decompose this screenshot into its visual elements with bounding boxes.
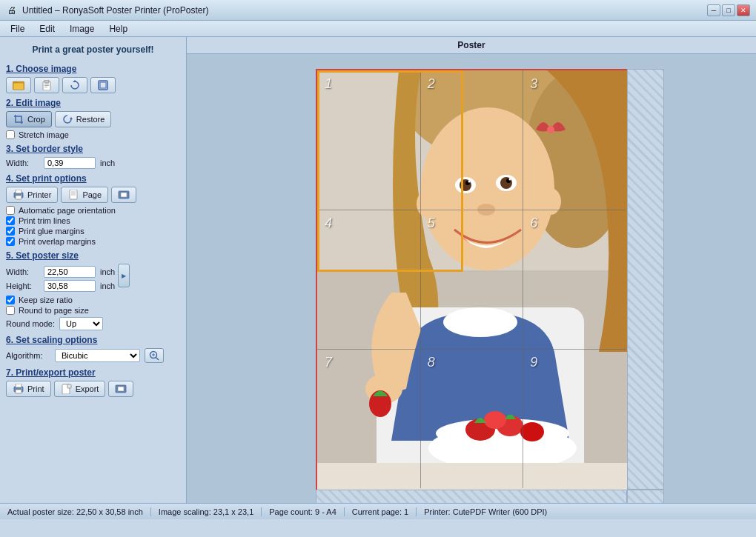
left-panel: Print a great poster yourself! 1. Choose… <box>0 37 187 503</box>
section-print-export[interactable]: 7. Print/export poster <box>6 367 180 378</box>
section-choose-image[interactable]: 1. Choose image <box>6 64 180 74</box>
rotate-image-button[interactable] <box>62 77 87 93</box>
printer-icon <box>13 190 24 200</box>
poster-height-row: Height: inch <box>6 280 115 292</box>
border-width-input[interactable] <box>44 157 96 169</box>
menu-image[interactable]: Image <box>62 22 102 36</box>
menu-file[interactable]: File <box>3 22 32 36</box>
export-options-button[interactable] <box>108 381 133 397</box>
crop-icon <box>13 114 24 124</box>
svg-marker-11 <box>70 117 73 119</box>
options-icon <box>118 190 130 200</box>
print-icon <box>13 384 24 394</box>
export-options-icon <box>115 384 127 394</box>
print-options-extra-button[interactable] <box>111 187 136 203</box>
round-to-page-row: Round to page size <box>6 306 180 315</box>
printer-label: Printer <box>27 190 51 199</box>
stretch-image-checkbox[interactable] <box>6 130 15 139</box>
main-layout: Print a great poster yourself! 1. Choose… <box>0 37 756 503</box>
size-scroll-button[interactable]: ▶ <box>118 264 130 287</box>
poster-width-input[interactable] <box>44 266 96 278</box>
minimize-button[interactable]: ─ <box>707 4 720 16</box>
edit-image-toolbar: Crop Restore <box>6 111 180 127</box>
paste-image-button[interactable] <box>34 77 59 93</box>
algorithm-select[interactable]: BicubicBilinearNearest neighbor <box>55 349 140 362</box>
extra-page-corner <box>627 490 664 503</box>
status-actual-size: Actual poster size: 22,50 x 30,58 inch <box>0 507 151 516</box>
export-icon <box>61 384 73 394</box>
rotate-icon <box>69 80 81 90</box>
restore-icon <box>62 114 73 124</box>
svg-rect-33 <box>118 387 124 391</box>
cell-8-label: 8 <box>428 355 435 370</box>
extra-page-right <box>627 69 664 490</box>
cell-1-label: 1 <box>325 76 332 92</box>
page-button[interactable]: Page <box>61 187 108 203</box>
svg-line-23 <box>156 358 159 361</box>
poster-header: Poster <box>187 37 756 54</box>
status-image-scaling: Image scaling: 23,1 x 23,1 <box>151 507 262 516</box>
section-print-options[interactable]: 4. Set print options <box>6 173 180 184</box>
svg-point-49 <box>547 126 554 133</box>
crop-label: Crop <box>27 115 45 124</box>
status-printer: Printer: CutePDF Writer (600 DPI) <box>417 507 554 516</box>
svg-point-29 <box>21 388 22 390</box>
open-image-button[interactable] <box>6 77 31 93</box>
page-label: Page <box>82 190 102 199</box>
menu-edit[interactable]: Edit <box>32 22 62 36</box>
svg-rect-27 <box>16 384 21 387</box>
svg-point-15 <box>21 194 22 196</box>
keep-ratio-checkbox[interactable] <box>6 296 15 304</box>
print-final-button[interactable]: Print <box>6 381 51 397</box>
menu-help[interactable]: Help <box>102 22 135 36</box>
print-glue-label: Print glue margins <box>19 227 84 236</box>
print-trim-checkbox[interactable] <box>6 216 15 225</box>
poster-height-input[interactable] <box>44 280 96 292</box>
svg-rect-31 <box>67 384 71 388</box>
section-poster-size[interactable]: 5. Set poster size <box>6 250 180 261</box>
crop-button[interactable]: Crop <box>6 111 52 127</box>
svg-point-58 <box>477 204 495 216</box>
svg-rect-5 <box>44 84 49 84</box>
export-button[interactable]: Export <box>54 381 106 397</box>
print-glue-checkbox[interactable] <box>6 227 15 236</box>
cell-7-label: 7 <box>325 355 332 370</box>
auto-orient-row: Automatic page orientation <box>6 206 180 215</box>
zoom-preview-button[interactable] <box>145 348 164 363</box>
maximize-image-button[interactable] <box>90 77 116 93</box>
round-to-page-checkbox[interactable] <box>6 306 15 315</box>
svg-point-60 <box>540 188 561 215</box>
border-width-row: Width: inch <box>6 157 180 169</box>
border-width-unit: inch <box>100 159 115 167</box>
print-overlap-checkbox[interactable] <box>6 237 15 246</box>
poster-canvas[interactable]: 1 2 3 4 5 6 7 8 9 <box>187 54 756 503</box>
print-overlap-label: Print overlap margins <box>19 237 96 246</box>
svg-rect-4 <box>44 80 49 83</box>
cell-5-label: 5 <box>428 216 435 231</box>
round-to-page-label: Round to page size <box>19 306 89 315</box>
border-width-label: Width: <box>6 159 39 167</box>
round-mode-select[interactable]: UpDownNone <box>59 317 103 330</box>
stretch-image-label: Stretch image <box>19 130 69 139</box>
zoom-icon <box>148 350 160 361</box>
panel-title: Print a great poster yourself! <box>6 41 180 59</box>
export-label: Export <box>76 384 99 393</box>
restore-button[interactable]: Restore <box>55 111 112 127</box>
print-options-toolbar: Printer Page <box>6 187 180 203</box>
section-scaling[interactable]: 6. Set scaling options <box>6 335 180 345</box>
print-final-label: Print <box>27 384 44 393</box>
svg-rect-28 <box>16 390 21 393</box>
svg-rect-6 <box>44 85 49 86</box>
svg-point-40 <box>443 307 517 337</box>
section-edit-image[interactable]: 2. Edit image <box>6 98 180 108</box>
print-export-toolbar: Print Export <box>6 381 180 397</box>
auto-orient-checkbox[interactable] <box>6 206 15 215</box>
printer-button[interactable]: Printer <box>6 187 58 203</box>
stretch-image-row: Stretch image <box>6 130 180 139</box>
section-border-style[interactable]: 3. Set border style <box>6 144 180 154</box>
restore-button[interactable]: □ <box>722 4 735 16</box>
poster-area: Poster <box>187 37 756 503</box>
cell-4-label: 4 <box>325 216 332 231</box>
close-button[interactable]: ✕ <box>737 4 750 16</box>
svg-rect-13 <box>16 190 21 193</box>
